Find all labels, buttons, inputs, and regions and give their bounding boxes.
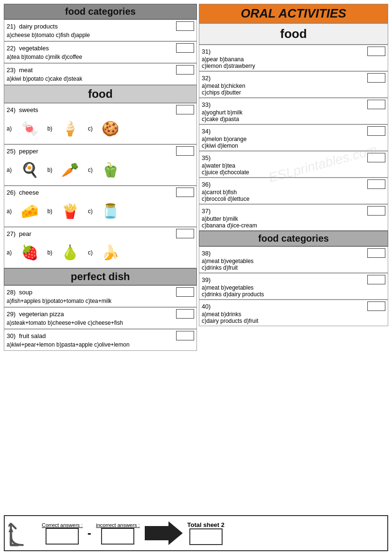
q32-line1: a)meat b)chicken	[202, 83, 385, 89]
q24-img-c: 🍪	[97, 115, 123, 141]
q23-answer-box[interactable]	[176, 65, 194, 75]
total-box[interactable]	[189, 528, 223, 545]
right-header-oral: ORAL ACTIVITIES	[199, 4, 388, 23]
q26-img-a: 🧀	[17, 198, 43, 224]
q40-num: 40)	[202, 303, 211, 310]
question-30: 30) fruit salad a)kiwi+pear+lemon b)past…	[4, 329, 197, 351]
q30-answer-box[interactable]	[176, 331, 194, 340]
q33-answer-box[interactable]	[367, 100, 385, 109]
question-40: 40) a)meat b)drinks c)dairy products d)f…	[199, 300, 388, 326]
q25-answer-box[interactable]	[176, 146, 194, 156]
q31-answer-box[interactable]	[367, 47, 385, 56]
q39-line1: a)meat b)vegetables	[202, 284, 385, 291]
right-header-food: food	[199, 23, 388, 45]
q27-img-c: 🍌	[97, 239, 123, 265]
q29-answer-box[interactable]	[176, 309, 194, 319]
q38-line2: c)drinks d)fruit	[202, 264, 385, 271]
question-35: 35) a)water b)tea c)juice d)chocolate	[199, 151, 388, 178]
main-content: food categories 21) dairy products a)che…	[4, 4, 388, 512]
q26-img-c: 🫙	[97, 198, 123, 224]
q37-num: 37)	[202, 207, 211, 215]
left-header-food-categories: food categories	[4, 4, 197, 19]
right-column: ESLprintables.com ORAL ACTIVITIES food 3…	[199, 4, 388, 512]
incorrect-label: incorrect answers :	[96, 522, 140, 528]
q21-answer-box[interactable]	[176, 21, 194, 31]
question-36: 36) a)carrot b)fish c)broccoli d)lettuce	[199, 178, 388, 204]
correct-answer-box[interactable]	[46, 528, 79, 545]
q32-num: 32)	[202, 75, 211, 82]
q34-line1: a)melon b)orange	[202, 136, 385, 142]
question-25: 25) pepper a) 🍳 b) 🥕 c) 🫑	[4, 144, 197, 186]
question-28: 28) soup a)fish+apples b)potato+tomato c…	[4, 285, 197, 307]
question-38: 38) a)meat b)vegetables c)drinks d)fruit	[199, 246, 388, 273]
q31-num: 31)	[202, 48, 211, 55]
q31-line2: c)lemon d)strawberry	[202, 63, 385, 69]
question-27: 27) pear a) 🍓 b) 🍐 c) 🍌	[4, 227, 197, 268]
q30-topic: 30) fruit salad	[7, 332, 46, 339]
q36-line1: a)carrot b)fish	[202, 189, 385, 196]
q37-answer-box[interactable]	[367, 206, 385, 216]
left-column: food categories 21) dairy products a)che…	[4, 4, 197, 512]
total-group: Total sheet 2	[187, 521, 225, 545]
q27-images: a) 🍓 b) 🍐 c) 🍌	[7, 238, 194, 266]
q26-images: a) 🧀 b) 🍟 c) 🫙	[7, 197, 194, 225]
q37-line2: c)banana d)ice-cream	[202, 222, 385, 229]
q27-answer-box[interactable]	[176, 229, 194, 238]
q36-num: 36)	[202, 181, 211, 188]
q40-line1: a)meat b)drinks	[202, 311, 385, 318]
question-33: 33) a)yoghurt b)milk c)cake d)pasta	[199, 98, 388, 124]
q33-line1: a)yoghurt b)milk	[202, 109, 385, 116]
q22-answer-box[interactable]	[176, 43, 194, 53]
q32-line2: c)chips d)butter	[202, 89, 385, 96]
q26-topic: 26) cheese	[7, 189, 39, 196]
page: food categories 21) dairy products a)che…	[0, 0, 392, 555]
q21-options: a)cheese b)tomato c)fish d)apple	[7, 31, 194, 39]
q25-img-b: 🥕	[57, 157, 83, 183]
q27-img-a: 🍓	[17, 239, 43, 265]
q23-topic: 23) meat	[7, 66, 33, 74]
q28-topic: 28) soup	[7, 289, 32, 296]
bottom-score-section: Correct answers : - incorrect answers : …	[4, 515, 388, 551]
curved-arrow-left	[9, 519, 37, 547]
question-21: 21) dairy products a)cheese b)tomato c)f…	[4, 19, 197, 41]
q35-line2: c)juice d)chocolate	[202, 169, 385, 176]
q26-answer-box[interactable]	[176, 188, 194, 197]
q32-answer-box[interactable]	[367, 73, 385, 83]
q30-options: a)kiwi+pear+lemon b)pasta+apple c)olive+…	[7, 340, 194, 349]
q33-num: 33)	[202, 101, 211, 108]
q28-answer-box[interactable]	[176, 287, 194, 297]
question-23: 23) meat a)kiwi b)potato c)cake d)steak	[4, 63, 197, 85]
q24-img-b: 🍦	[57, 115, 83, 141]
svg-marker-0	[9, 526, 13, 532]
q36-answer-box[interactable]	[367, 179, 385, 189]
q25-topic: 25) pepper	[7, 148, 38, 155]
q24-img-a: 🍬	[17, 115, 43, 141]
q35-num: 35)	[202, 154, 211, 161]
right-header-food-categories: food categories	[199, 231, 388, 246]
q24-topic: 24) sweets	[7, 106, 38, 113]
incorrect-answer-group: incorrect answers :	[96, 522, 140, 545]
question-29: 29) vegeterian pizza a)steak+tomato b)ch…	[4, 307, 197, 329]
q38-num: 38)	[202, 250, 211, 257]
q35-answer-box[interactable]	[367, 153, 385, 162]
q38-answer-box[interactable]	[367, 248, 385, 258]
q34-num: 34)	[202, 128, 211, 135]
q24-answer-box[interactable]	[176, 105, 194, 114]
total-label: Total sheet 2	[187, 521, 225, 528]
q34-answer-box[interactable]	[367, 126, 385, 136]
q35-line1: a)water b)tea	[202, 162, 385, 169]
correct-answer-group: Correct answers :	[42, 522, 83, 545]
correct-label: Correct answers :	[42, 522, 83, 528]
question-37: 37) a)butter b)milk c)banana d)ice-cream	[199, 204, 388, 231]
q39-answer-box[interactable]	[367, 275, 385, 284]
question-26: 26) cheese a) 🧀 b) 🍟 c) 🫙	[4, 186, 197, 227]
incorrect-answer-box[interactable]	[101, 528, 134, 545]
left-header-food: food	[4, 85, 197, 103]
question-31: 31) a)pear b)banana c)lemon d)strawberry	[199, 45, 388, 71]
q25-img-a: 🍳	[17, 157, 43, 183]
question-24: 24) sweets a) 🍬 b) 🍦 c) 🍪	[4, 103, 197, 144]
q40-answer-box[interactable]	[367, 301, 385, 311]
q28-options: a)fish+apples b)potato+tomato c)tea+milk	[7, 297, 194, 305]
q23-options: a)kiwi b)potato c)cake d)steak	[7, 75, 194, 83]
q33-line2: c)cake d)pasta	[202, 116, 385, 122]
